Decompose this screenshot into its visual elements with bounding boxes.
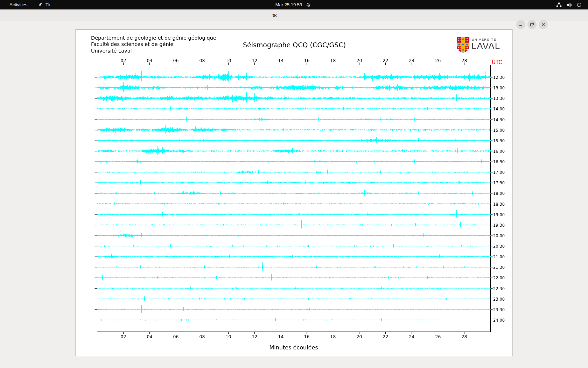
utc-time-label: 15:30 [493, 138, 505, 143]
x-tick-label-top: 06 [173, 58, 179, 63]
x-tick-label-top: 28 [462, 58, 467, 63]
x-tick-label-top: 24 [409, 58, 415, 63]
utc-time-label: 18:30 [493, 202, 505, 207]
x-tick-label-top: 16 [304, 58, 310, 63]
x-tick-label-bottom: 22 [383, 334, 388, 339]
institution-text: Département de géologie et de génie géol… [91, 35, 216, 54]
activities-label: Activities [9, 2, 27, 7]
x-tick-label-bottom: 26 [435, 334, 441, 339]
x-tick-label-bottom: 14 [278, 334, 284, 339]
activities-button[interactable]: Activities [9, 0, 27, 9]
utc-time-label: 16:00 [493, 149, 505, 154]
system-status-menu[interactable] [556, 0, 582, 9]
seismogram-canvas [76, 29, 513, 356]
utc-time-label: 22:30 [493, 286, 505, 291]
window-title: tk [273, 13, 277, 18]
utc-time-label: 17:00 [493, 170, 505, 175]
tk-icon [38, 2, 43, 7]
top-bar: Activities Tk Mar 25 19:59 [0, 0, 588, 9]
x-tick-label-bottom: 04 [147, 334, 153, 339]
laval-shield-icon [456, 36, 470, 53]
utc-time-label: 14:00 [493, 107, 505, 111]
maximize-icon [530, 22, 534, 27]
x-tick-label-top: 08 [200, 58, 205, 63]
minimize-icon [518, 22, 523, 27]
utc-time-label: 14:30 [493, 117, 505, 122]
x-tick-label-top: 02 [121, 58, 126, 63]
minimize-button[interactable] [516, 20, 525, 29]
x-tick-label-bottom: 10 [226, 334, 231, 339]
utc-time-label: 20:30 [493, 244, 505, 249]
x-tick-label-bottom: 20 [357, 334, 362, 339]
utc-time-label: 13:30 [493, 96, 505, 101]
utc-time-label: 19:00 [493, 212, 505, 217]
utc-time-label: 21:30 [493, 265, 505, 270]
utc-time-label: 24:00 [493, 318, 505, 323]
utc-time-label: 16:30 [493, 159, 505, 164]
utc-time-label: 15:00 [493, 128, 505, 133]
x-tick-label-top: 18 [330, 58, 336, 63]
x-tick-label-top: 10 [226, 58, 231, 63]
x-tick-label-bottom: 08 [200, 334, 205, 339]
close-button[interactable] [539, 20, 548, 29]
utc-time-label: 12:30 [493, 75, 505, 80]
volume-icon [566, 2, 572, 8]
bell-slash-icon [306, 2, 310, 7]
x-tick-label-bottom: 06 [173, 334, 179, 339]
x-tick-label-top: 26 [435, 58, 441, 63]
utc-time-label: 13:00 [493, 86, 505, 90]
x-tick-label-bottom: 16 [304, 334, 310, 339]
utc-time-label: 18:00 [493, 191, 505, 196]
power-icon [576, 2, 582, 7]
x-tick-label-top: 22 [383, 58, 388, 63]
utc-time-label: 21:00 [493, 254, 505, 259]
utc-time-label: 17:30 [493, 180, 505, 185]
maximize-button[interactable] [527, 20, 537, 29]
close-icon [541, 22, 546, 27]
x-tick-label-top: 20 [357, 58, 362, 63]
x-tick-label-top: 14 [278, 58, 284, 63]
utc-time-label: 22:00 [493, 275, 505, 280]
utc-time-label: 23:30 [493, 307, 505, 312]
x-tick-label-bottom: 18 [330, 334, 336, 339]
universite-laval-logo: UNIVERSITÉ LAVAL [456, 36, 509, 55]
clock-menu[interactable]: Mar 25 19:59 [275, 0, 311, 9]
network-icon [556, 2, 562, 8]
clock-label: Mar 25 19:59 [275, 2, 302, 7]
utc-time-label: 20:00 [493, 233, 505, 238]
utc-time-label: 23:00 [493, 297, 505, 302]
utc-axis-label: UTC [492, 59, 502, 66]
x-tick-label-top: 04 [147, 58, 153, 63]
utc-time-label: 19:30 [493, 223, 505, 228]
x-tick-label-bottom: 02 [121, 334, 126, 339]
x-tick-label-bottom: 12 [252, 334, 258, 339]
figure-title: Séismographe QCQ (CGC/GSC) [243, 41, 346, 49]
app-menu[interactable]: Tk [38, 0, 50, 9]
x-tick-label-bottom: 24 [409, 334, 415, 339]
x-tick-label-bottom: 28 [462, 334, 467, 339]
seismograph-figure: Département de géologie et de génie géol… [76, 29, 512, 356]
app-menu-label: Tk [46, 2, 50, 7]
x-axis-label: Minutes écoulées [269, 344, 318, 351]
x-tick-label-top: 12 [252, 58, 258, 63]
window-titlebar[interactable]: tk [0, 9, 588, 21]
logo-laval-text: LAVAL [471, 41, 500, 52]
